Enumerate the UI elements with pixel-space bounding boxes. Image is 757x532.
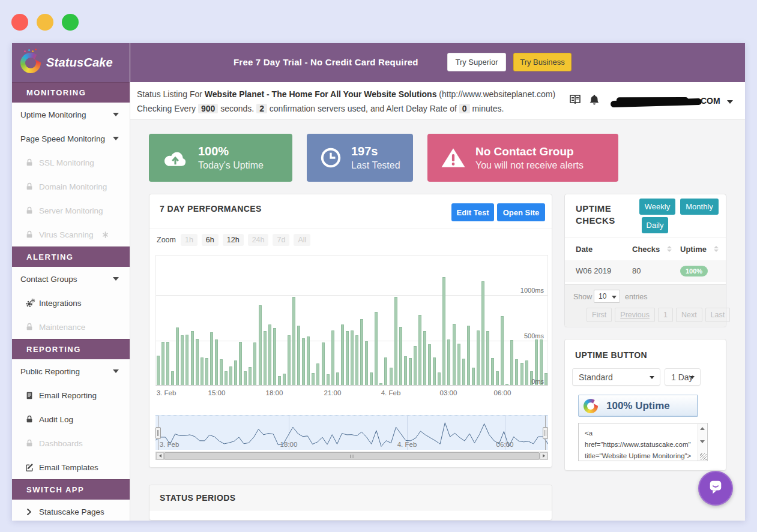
button-period-select[interactable]: 1 Day [665,368,701,386]
daily-tab[interactable]: Daily [642,217,668,233]
sort-icon[interactable] [714,246,719,252]
sidebar-item-public-reporting[interactable]: Public Reporting [12,359,130,383]
response-time-bar[interactable] [525,360,528,385]
try-business-button[interactable]: Try Business [513,53,572,71]
logo-band[interactable]: StatusCake [12,43,130,82]
column-header-checks[interactable]: Checks [632,245,660,254]
embed-code-textarea[interactable]: <ahref="https://www.statuscake.com"title… [578,423,708,461]
response-time-bar[interactable] [486,331,489,385]
bell-icon[interactable] [589,94,600,108]
sidebar-item-uptime-monitoring[interactable]: Uptime Monitoring [12,103,130,127]
performance-chart[interactable]: 0ms500ms1000ms [155,255,548,386]
response-time-bar[interactable] [409,358,412,385]
response-time-bar[interactable] [399,327,402,385]
right-navigator-handle[interactable] [543,427,548,439]
response-time-bar[interactable] [273,328,276,385]
response-time-bar[interactable] [515,359,518,385]
response-time-bar[interactable] [472,368,475,385]
sidebar-item-ssl-monitoring[interactable]: SSL Monitoring [12,151,130,175]
response-time-bar[interactable] [355,335,358,385]
response-time-bar[interactable] [370,372,373,385]
sidebar-item-email-templates[interactable]: Email Templates [12,455,130,479]
response-time-bar[interactable] [360,319,363,385]
response-time-bar[interactable] [351,330,354,385]
monthly-tab[interactable]: Monthly [680,199,719,215]
response-time-bar[interactable] [297,326,300,386]
edit-test-button[interactable]: Edit Test [451,203,494,221]
sidebar-item-email-reporting[interactable]: Email Reporting [12,383,130,407]
weekly-tab[interactable]: Weekly [639,199,675,215]
response-time-bar[interactable] [365,341,368,385]
response-time-bar[interactable] [283,374,286,385]
try-superior-button[interactable]: Try Superior [447,53,506,71]
sidebar-item-domain-monitoring[interactable]: Domain Monitoring [12,175,130,199]
response-time-bar[interactable] [215,339,218,385]
response-time-bar[interactable] [176,327,179,385]
response-time-bar[interactable] [331,330,334,385]
response-time-bar[interactable] [249,367,252,385]
resize-handle[interactable] [700,453,707,460]
window-maximize-button[interactable] [62,14,79,31]
pagination-first[interactable]: First [587,308,612,322]
response-time-bar[interactable] [442,277,445,385]
window-close-button[interactable] [11,14,28,31]
response-time-bar[interactable] [191,331,194,385]
response-time-bar[interactable] [205,358,208,385]
response-time-bar[interactable] [171,371,174,385]
response-time-bar[interactable] [244,371,247,386]
zoom-option-6h[interactable]: 6h [202,234,219,246]
response-time-bar[interactable] [379,383,382,385]
account-menu[interactable]: COM [701,96,720,106]
pagination-last[interactable]: Last [705,308,731,322]
column-header-date[interactable]: Date [576,245,593,254]
response-time-bar[interactable] [268,324,271,385]
response-time-bar[interactable] [496,371,499,385]
response-time-bar[interactable] [505,384,508,385]
response-time-bar[interactable] [181,335,184,385]
chart-navigator[interactable]: 3. Feb18:004. Feb06:00 [155,415,548,450]
response-time-bar[interactable] [322,342,325,386]
response-time-bar[interactable] [157,356,160,385]
response-time-bar[interactable] [394,297,397,385]
sidebar-item-integrations[interactable]: Integrations [12,291,130,315]
response-time-bar[interactable] [418,315,421,385]
response-time-bar[interactable] [229,366,232,385]
response-time-bar[interactable] [210,332,213,385]
news-icon[interactable] [569,94,581,107]
response-time-bar[interactable] [428,344,431,385]
response-time-bar[interactable] [384,357,387,385]
response-time-bar[interactable] [346,331,349,385]
left-navigator-handle[interactable] [155,427,161,439]
column-header-uptime[interactable]: Uptime [680,245,707,254]
response-time-bar[interactable] [234,360,237,385]
response-time-bar[interactable] [196,339,199,385]
response-time-bar[interactable] [520,363,523,385]
response-time-bar[interactable] [316,363,319,385]
response-time-bar[interactable] [220,359,223,385]
response-time-bar[interactable] [477,330,480,385]
window-minimize-button[interactable] [37,14,53,31]
scroll-up-icon[interactable] [700,427,705,430]
table-row[interactable]: W06 2019 80 100% [565,260,726,282]
response-time-bar[interactable] [253,342,256,385]
scrollbar-thumb[interactable] [164,452,540,459]
pagination-previous[interactable]: Previous [615,308,655,322]
chart-scrollbar[interactable] [155,452,548,460]
response-time-bar[interactable] [264,331,267,385]
response-time-bar[interactable] [327,374,330,385]
scroll-down-icon[interactable] [700,440,705,443]
response-time-bar[interactable] [453,324,456,385]
pagination-1[interactable]: 1 [658,308,673,322]
response-time-bar[interactable] [447,339,450,385]
scrollbar-right-arrow-icon[interactable] [540,452,547,459]
sidebar-item-dashboards[interactable]: Dashboards [12,431,130,455]
response-time-bar[interactable] [259,305,262,385]
response-time-bar[interactable] [166,342,169,386]
sidebar-item-statuscake-pages[interactable]: Statuscake Pages [12,500,130,521]
response-time-bar[interactable] [457,344,460,385]
sidebar-item-contact-groups[interactable]: Contact Groups [12,267,130,291]
response-time-bar[interactable] [278,376,281,385]
response-time-bar[interactable] [438,372,441,385]
response-time-bar[interactable] [501,316,504,385]
response-time-bar[interactable] [423,331,426,385]
